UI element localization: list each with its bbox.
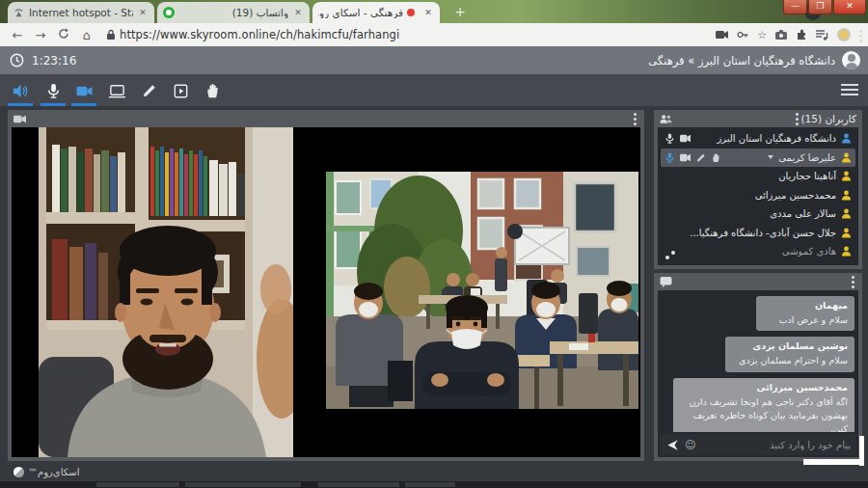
- camera-icon: [14, 113, 26, 125]
- dropdown-caret-icon: [768, 155, 773, 159]
- chat-input[interactable]: [702, 436, 851, 453]
- reload-icon[interactable]: [52, 28, 75, 42]
- restore-button[interactable]: ❐: [808, 0, 832, 14]
- room-title-chip: دانشگاه فرهنگیان استان البرز » فرهنگی: [648, 46, 860, 74]
- minimize-button[interactable]: —: [783, 0, 807, 14]
- microphone-active-underline: [41, 103, 66, 106]
- user-row[interactable]: دانشگاه فرهنگیان استان البرز: [661, 129, 855, 149]
- speaker-button[interactable]: [8, 79, 33, 103]
- users-panel-body: دانشگاه فرهنگیان استان البرز علیرضا کریم…: [658, 127, 858, 265]
- left-video-scene: [39, 127, 293, 457]
- speaker-active-underline: [8, 103, 33, 106]
- hotspot-icon: [14, 8, 24, 18]
- users-resize-grip-icon[interactable]: [665, 256, 669, 259]
- users-panel-header: کاربران (15): [654, 110, 862, 127]
- whatsapp-icon: [163, 7, 175, 18]
- window-resize-handle[interactable]: [803, 459, 864, 465]
- user-row[interactable]: هادی کموشی: [661, 242, 855, 261]
- user-row-selected[interactable]: علیرضا کریمی: [661, 149, 855, 168]
- bookmark-star-icon[interactable]: ☆: [757, 29, 767, 41]
- chat-message: میهمان سلام و عرض ادب: [756, 296, 854, 331]
- video-player-button[interactable]: [168, 79, 193, 103]
- extension-puzzle-icon[interactable]: [796, 29, 807, 41]
- browser-menu-icon[interactable]: [859, 29, 862, 41]
- microphone-icon: [665, 133, 675, 144]
- toolbar-menu-icon[interactable]: [841, 84, 858, 98]
- users-panel: کاربران (15) دانشگاه فرهنگیان استان البر…: [654, 110, 862, 269]
- taskbar-edge: [0, 481, 868, 488]
- person-icon: [841, 208, 852, 219]
- home-icon[interactable]: ⌂: [75, 28, 98, 42]
- tab-skyroom[interactable]: فرهنگی - اسکای روم ✕: [312, 2, 440, 23]
- clock-icon: [10, 53, 24, 68]
- lock-icon: [106, 29, 116, 41]
- chat-message: نوشین مسلمان یزدی سلام و احترام مسلمان ی…: [725, 337, 854, 371]
- video-panel-menu-icon[interactable]: [634, 113, 637, 116]
- user-name: دانشگاه فرهنگیان استان البرز: [717, 133, 836, 144]
- chat-message: محمدحسین میرزائی اگه آقای دکتر ناجی هم ا…: [673, 378, 854, 433]
- microphone-button[interactable]: [41, 79, 66, 103]
- tab-title: واتساب (19): [179, 7, 288, 18]
- key-icon[interactable]: [737, 29, 748, 41]
- screen-share-button[interactable]: [104, 79, 129, 103]
- chat-sender: میهمان: [763, 300, 848, 311]
- user-name: جلال حسن آبادی- دانشگاه فرهنگیا...: [690, 228, 836, 238]
- url-bar-actions: ☆: [716, 23, 862, 46]
- camera-active-underline: [71, 103, 96, 106]
- right-video-scene: [326, 172, 638, 409]
- playlist-icon[interactable]: [816, 30, 828, 41]
- person-icon: [841, 133, 852, 144]
- send-icon[interactable]: [666, 439, 679, 451]
- person-icon: [841, 246, 852, 257]
- user-row[interactable]: جلال حسن آبادی- دانشگاه فرهنگیا...: [661, 224, 855, 243]
- back-icon[interactable]: ←: [6, 28, 29, 42]
- chat-input-row: ☺: [660, 434, 856, 455]
- video-tile-classroom[interactable]: [326, 172, 638, 409]
- user-row[interactable]: محمدحسین میرزائی: [661, 186, 855, 205]
- tab-close-icon[interactable]: ✕: [137, 7, 149, 18]
- new-tab-button[interactable]: +: [451, 4, 469, 21]
- forward-icon[interactable]: →: [29, 28, 52, 42]
- user-name: آناهیتا حجاریان: [778, 171, 836, 181]
- user-name: محمدحسین میرزائی: [755, 190, 836, 201]
- person-icon: [841, 228, 852, 238]
- chat-panel-body: میهمان سلام و عرض ادب نوشین مسلمان یزدی …: [658, 290, 858, 457]
- chat-panel-header: [654, 273, 862, 290]
- video-canvas: [12, 127, 640, 457]
- chat-text: اگه آقای دکتر ناجی هم اونجا تشریف دارن ب…: [680, 395, 848, 433]
- browser-url-bar: ← → ⌂ https://www.skyroom.online/ch/haki…: [0, 23, 868, 46]
- users-panel-menu-icon[interactable]: [796, 113, 799, 116]
- room-avatar-icon: [842, 51, 860, 69]
- meeting-header: 1:23:16 دانشگاه فرهنگیان استان البرز » ف…: [0, 46, 868, 74]
- raise-hand-button[interactable]: [200, 79, 225, 103]
- tab-close-icon[interactable]: ✕: [422, 7, 434, 18]
- video-tile-speaker[interactable]: [39, 127, 293, 457]
- window-controls: — ❐ ✕: [782, 0, 866, 14]
- user-row[interactable]: سالار علی مددی: [661, 204, 855, 224]
- whiteboard-pen-button[interactable]: [136, 79, 161, 103]
- tab-internet-hotspot[interactable]: Internet hotspot - Status ✕: [8, 2, 154, 23]
- media-camera-icon[interactable]: [716, 30, 728, 40]
- profile-avatar[interactable]: [837, 28, 851, 41]
- tab-whatsapp[interactable]: واتساب (19) ✕: [157, 2, 310, 23]
- chat-bubble-icon: [660, 276, 672, 288]
- chat-panel-menu-icon[interactable]: [852, 276, 854, 279]
- pen-icon: [695, 152, 706, 163]
- screenshot-camera-icon[interactable]: [775, 30, 787, 40]
- close-button[interactable]: ✕: [833, 0, 866, 14]
- tab-close-icon[interactable]: ✕: [292, 7, 304, 18]
- skyroom-watermark: اسکای‌روم™: [14, 467, 79, 477]
- user-name: هادی کموشی: [782, 246, 836, 257]
- camera-button[interactable]: [71, 79, 96, 103]
- user-row[interactable]: آناهیتا حجاریان: [661, 167, 855, 186]
- url-text[interactable]: https://www.skyroom.online/ch/hakimcfu/f…: [120, 28, 399, 41]
- person-icon: [841, 190, 852, 201]
- watermark-text: اسکای‌روم™: [28, 467, 79, 477]
- tab-title: Internet hotspot - Status: [29, 7, 133, 18]
- emoji-icon[interactable]: ☺: [685, 439, 695, 451]
- chat-sender: محمدحسین میرزائی: [680, 382, 848, 393]
- user-name: سالار علی مددی: [770, 208, 836, 219]
- microphone-active-icon: [665, 152, 675, 163]
- camera-icon: [680, 152, 691, 163]
- chat-panel: میهمان سلام و عرض ادب نوشین مسلمان یزدی …: [654, 273, 862, 461]
